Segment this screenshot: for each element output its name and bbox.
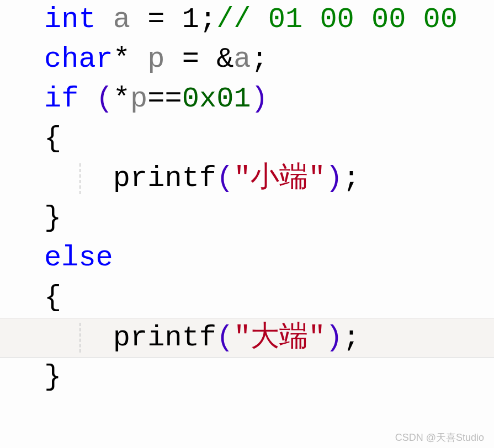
code-line-9-current: printf("大端"); — [0, 318, 494, 358]
keyword-char: char — [44, 43, 113, 76]
indent-guide — [79, 323, 81, 353]
function-printf: printf — [113, 162, 216, 195]
identifier-p: p — [130, 83, 147, 115]
space — [96, 3, 113, 36]
operator-star: * — [113, 43, 130, 76]
space — [78, 83, 95, 115]
identifier-p: p — [147, 43, 164, 76]
space — [130, 3, 147, 36]
watermark: CSDN @天喜Studio — [395, 433, 484, 442]
keyword-int: int — [44, 3, 96, 36]
brace-close: } — [44, 361, 61, 393]
paren-open: ( — [216, 322, 233, 354]
string-literal-big-endian: "大端" — [233, 322, 325, 354]
brace-close: } — [44, 202, 61, 234]
identifier-a: a — [233, 43, 251, 76]
brace-open: { — [44, 122, 61, 155]
string-literal-little-endian: "小端" — [233, 162, 325, 195]
indent — [44, 162, 113, 195]
paren-close: ) — [251, 83, 268, 115]
paren-close: ) — [326, 322, 343, 354]
code-line-6: } — [0, 199, 494, 238]
paren-open: ( — [96, 83, 113, 115]
code-line-8: { — [0, 278, 494, 318]
operator-addressof: & — [216, 43, 233, 76]
semicolon: ; — [343, 162, 360, 195]
space — [164, 43, 182, 76]
operator-deref: * — [113, 83, 130, 115]
keyword-if: if — [44, 83, 78, 115]
semicolon: ; — [199, 3, 216, 36]
indent-guide — [79, 163, 81, 194]
code-line-4: { — [0, 119, 494, 159]
paren-close: ) — [326, 162, 343, 195]
space — [199, 43, 216, 76]
operator-eq: == — [147, 83, 182, 115]
space — [130, 43, 147, 76]
brace-open: { — [44, 281, 61, 314]
indent — [44, 322, 113, 354]
operator-assign: = — [182, 43, 199, 76]
code-line-5: printf("小端"); — [0, 159, 494, 199]
code-line-3: if (*p==0x01) — [0, 79, 494, 119]
function-printf: printf — [113, 322, 216, 354]
operator-assign: = — [147, 3, 164, 36]
identifier-a: a — [113, 3, 130, 36]
space — [165, 3, 182, 36]
semicolon: ; — [343, 322, 360, 354]
comment: // 01 00 00 00 — [216, 3, 458, 36]
code-line-10: } — [0, 358, 494, 397]
code-editor-view: int a = 1;// 01 00 00 00 char* p = &a; i… — [0, 0, 494, 448]
code-line-7: else — [0, 238, 494, 278]
semicolon: ; — [251, 43, 268, 76]
keyword-else: else — [44, 242, 113, 274]
code-line-1: int a = 1;// 01 00 00 00 — [0, 0, 494, 40]
hex-literal: 0x01 — [182, 83, 251, 115]
paren-open: ( — [216, 162, 233, 195]
number-literal: 1 — [182, 3, 199, 36]
code-line-2: char* p = &a; — [0, 40, 494, 79]
